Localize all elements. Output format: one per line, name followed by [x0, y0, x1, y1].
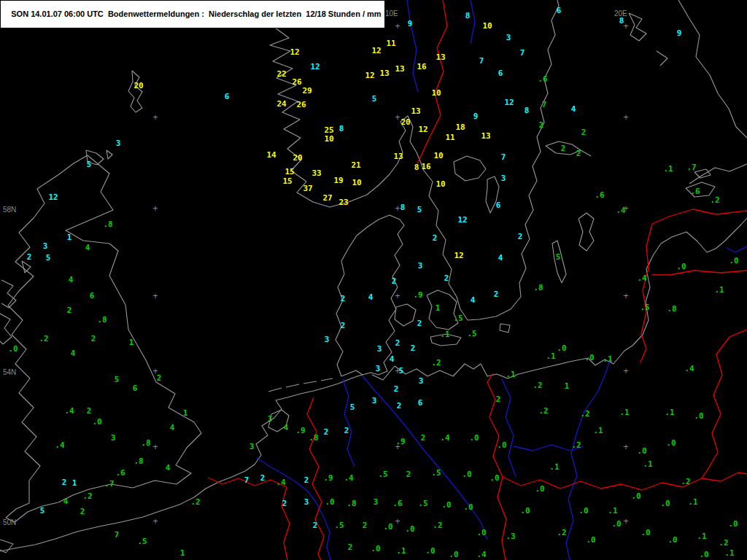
- station-precip-value: 5: [115, 375, 120, 384]
- station-precip-value: 5: [350, 402, 355, 412]
- station-precip-value: .0: [476, 528, 486, 537]
- station-precip-value: .5: [467, 329, 476, 338]
- station-precip-value: .9: [413, 290, 422, 300]
- station-precip-value: 15: [285, 167, 294, 176]
- station-precip-value: 7: [542, 100, 547, 109]
- station-precip-value: 5: [372, 94, 377, 104]
- station-precip-value: .0: [425, 546, 435, 556]
- station-precip-value: .1: [714, 285, 724, 295]
- station-precip-value: 16: [421, 162, 430, 171]
- station-precip-value: 3: [111, 433, 116, 443]
- station-precip-value: .2: [710, 195, 719, 205]
- station-precip-value: .2: [39, 334, 48, 343]
- station-precip-value: 1: [180, 548, 185, 558]
- station-precip-value: .1: [665, 408, 674, 417]
- station-precip-value: 23: [338, 198, 348, 207]
- station-precip-value: 4: [390, 354, 395, 364]
- station-precip-value: 2: [27, 252, 32, 262]
- station-precip-value: .8: [103, 219, 112, 229]
- weather-map: 62N58N54N50N010E20E+++++++++++++++++++++…: [0, 0, 747, 560]
- station-precip-value: .2: [580, 409, 589, 419]
- station-precip-value: .5: [640, 303, 649, 312]
- station-precip-value: 2: [406, 470, 411, 479]
- station-precip-value: .0: [586, 535, 595, 545]
- station-precip-value: 10: [436, 179, 445, 189]
- station-precip-value: 2: [260, 473, 266, 483]
- station-precip-value: .4: [637, 273, 646, 283]
- station-precip-value: 16: [417, 62, 426, 71]
- station-precip-value: .2: [719, 538, 728, 548]
- station-precip-value: .0: [535, 484, 544, 494]
- station-precip-value: 1: [183, 408, 188, 418]
- station-precip-value: 3: [43, 241, 48, 251]
- station-precip-value: 4: [471, 295, 476, 305]
- station-precip-value: .1: [593, 426, 603, 435]
- station-precip-value: 7: [115, 530, 120, 540]
- station-precip-value: 2: [341, 321, 346, 330]
- station-precip-value: .2: [190, 497, 200, 507]
- station-precip-value: 22: [276, 69, 286, 79]
- station-precip-value: .0: [449, 550, 458, 559]
- station-precip-value: 12: [48, 192, 58, 202]
- station-precip-value: .4: [476, 550, 486, 559]
- station-precip-value: 3: [372, 396, 377, 405]
- station-precip-value: .0: [520, 506, 530, 516]
- station-precip-value: 10: [352, 178, 361, 187]
- station-precip-value: .1: [396, 546, 406, 556]
- station-precip-value: 21: [351, 160, 360, 170]
- station-precip-value: 7: [244, 475, 249, 485]
- station-precip-value: 9: [408, 19, 413, 28]
- station-precip-value: 29: [302, 86, 311, 96]
- station-precip-value: .6: [690, 187, 700, 196]
- station-precip-value: 2: [87, 406, 92, 416]
- station-precip-value: .1: [688, 497, 697, 507]
- station-precip-value: .4: [344, 473, 353, 483]
- station-precip-value: 2: [282, 499, 287, 508]
- station-precip-value: 2: [397, 401, 402, 411]
- station-precip-value: .5: [431, 468, 441, 478]
- station-precip-value: .7: [686, 163, 696, 172]
- station-precip-value: 6: [498, 69, 503, 78]
- station-precip-value: 13: [379, 69, 389, 78]
- station-precip-value: 20: [400, 117, 410, 127]
- station-precip-value: 6: [90, 291, 95, 300]
- station-precip-value: .1: [608, 506, 617, 516]
- station-precip-value: .4: [616, 206, 625, 215]
- station-precip-value: 8: [339, 124, 344, 133]
- station-precip-value: 15: [282, 176, 292, 186]
- station-precip-value: 2: [433, 233, 438, 243]
- station-precip-value: 6: [225, 92, 230, 101]
- station-precip-value: 37: [303, 184, 312, 193]
- station-precip-value: .6: [538, 74, 547, 84]
- station-precip-value: .0: [611, 519, 621, 529]
- station-precip-value: .1: [724, 548, 734, 558]
- station-precip-value: .5: [418, 499, 427, 508]
- station-precip-value: 12: [290, 47, 299, 57]
- station-precip-value: 3: [506, 33, 511, 42]
- map-title-bar: SON 14.01.07 06:00 UTC Bodenwettermeldun…: [0, 0, 385, 28]
- station-precip-value: 2: [581, 128, 587, 137]
- station-precip-value: 3: [268, 414, 273, 424]
- station-precip-value: .2: [571, 440, 581, 450]
- station-precip-value: 9: [473, 112, 479, 121]
- station-precip-value: .0: [667, 535, 677, 545]
- station-precip-value: 2: [313, 521, 318, 530]
- station-precip-value: 2: [421, 433, 426, 443]
- station-precip-value: 2: [157, 373, 162, 383]
- station-precip-value: 2: [518, 232, 523, 241]
- station-precip-value: 1: [565, 381, 570, 391]
- station-precip-value: .0: [462, 470, 471, 479]
- station-precip-value: .0: [699, 550, 708, 559]
- station-precip-value: 2: [539, 120, 544, 130]
- station-precip-value: 6: [496, 201, 501, 210]
- station-precip-value: 27: [322, 193, 332, 203]
- station-precip-value: 5: [40, 506, 45, 516]
- station-precip-value: 33: [311, 168, 321, 178]
- station-precip-value: .3: [506, 532, 515, 541]
- station-precip-value: .9: [395, 437, 405, 446]
- station-precip-value: 2: [348, 542, 353, 552]
- station-precip-value: .8: [133, 456, 143, 466]
- station-precip-value: 12: [457, 215, 467, 225]
- station-precip-value: 3: [116, 139, 121, 148]
- station-precip-value: .0: [405, 524, 414, 534]
